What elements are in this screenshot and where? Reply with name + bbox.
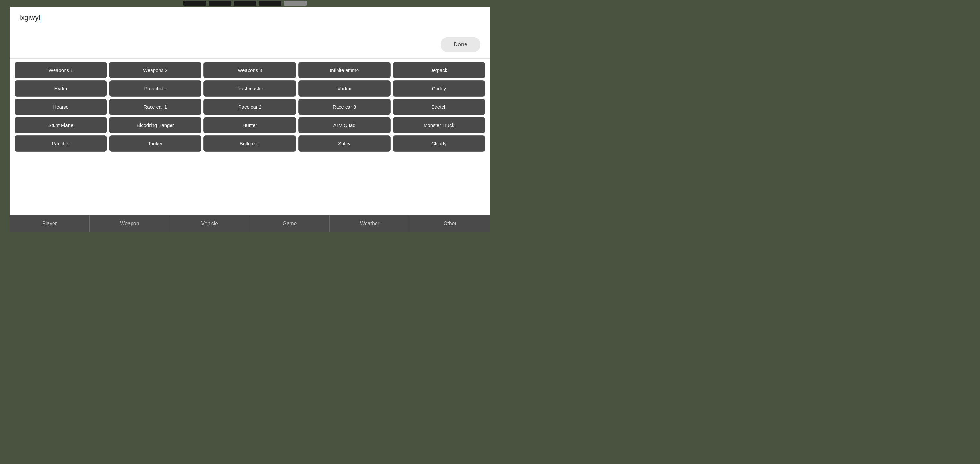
cheat-button-racecar1[interactable]: Race car 1 [109,99,202,115]
top-bar-item [208,1,231,6]
text-input-area[interactable]: lxgiwyl Done [10,7,490,59]
cheat-button-weapons2[interactable]: Weapons 2 [109,62,202,78]
cheat-button-monstertruck[interactable]: Monster Truck [393,117,485,133]
cheat-button-hydra[interactable]: Hydra [14,80,107,97]
main-container: lxgiwyl Done Weapons 1Weapons 2Weapons 3… [10,7,490,232]
cheat-button-stretch[interactable]: Stretch [393,99,485,115]
cheat-button-atvquad[interactable]: ATV Quad [298,117,391,133]
cheat-button-rancher[interactable]: Rancher [14,135,107,152]
category-game[interactable]: Game [250,215,330,232]
cheat-button-weapons1[interactable]: Weapons 1 [14,62,107,78]
cheat-button-parachute[interactable]: Parachute [109,80,202,97]
cheat-button-sultry[interactable]: Sultry [298,135,391,152]
category-weather[interactable]: Weather [330,215,410,232]
cheat-button-jetpack[interactable]: Jetpack [393,62,485,78]
done-button[interactable]: Done [441,37,480,52]
cheat-button-bulldozer[interactable]: Bulldozer [204,135,296,152]
cheat-button-tanker[interactable]: Tanker [109,135,202,152]
top-bar [0,0,490,6]
top-bar-item-active [284,1,307,6]
top-bar-item [234,1,256,6]
cheat-button-racecar2[interactable]: Race car 2 [204,99,296,115]
cheat-button-infinite_ammo[interactable]: Infinite ammo [298,62,391,78]
cheat-button-bloodring[interactable]: Bloodring Banger [109,117,202,133]
category-vehicle[interactable]: Vehicle [170,215,250,232]
top-bar-item [183,1,206,6]
category-weapon[interactable]: Weapon [90,215,170,232]
cheat-button-trashmaster[interactable]: Trashmaster [204,80,296,97]
cheat-button-stuntplane[interactable]: Stunt Plane [14,117,107,133]
cheat-button-weapons3[interactable]: Weapons 3 [204,62,296,78]
category-player[interactable]: Player [10,215,90,232]
cheat-buttons-grid: Weapons 1Weapons 2Weapons 3Infinite ammo… [10,59,490,155]
cheat-button-caddy[interactable]: Caddy [393,80,485,97]
top-bar-item [259,1,282,6]
text-cursor [41,15,41,22]
cheat-button-vortex[interactable]: Vortex [298,80,391,97]
input-text: lxgiwyl [19,14,40,22]
cheat-button-hunter[interactable]: Hunter [204,117,296,133]
cheat-button-racecar3[interactable]: Race car 3 [298,99,391,115]
category-bar: PlayerWeaponVehicleGameWeatherOther [10,215,490,232]
cheat-button-cloudy[interactable]: Cloudy [393,135,485,152]
category-other[interactable]: Other [410,215,490,232]
text-display: lxgiwyl [19,14,480,22]
cheat-button-hearse[interactable]: Hearse [14,99,107,115]
